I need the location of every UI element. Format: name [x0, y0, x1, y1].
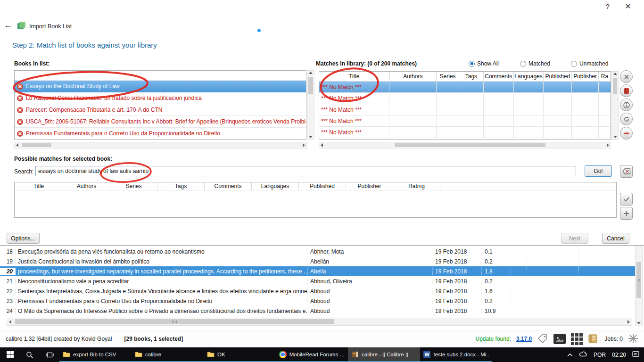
matches-hscrollbar[interactable]	[319, 142, 611, 148]
show-book-details-button[interactable]	[620, 84, 633, 97]
match-title-cell: *** No Match ***	[319, 93, 389, 104]
column-header[interactable]: Rating	[393, 182, 440, 190]
library-row[interactable]: 21Neoconstitucionalismo vale a pena acre…	[0, 276, 635, 286]
column-header[interactable]: Tags	[157, 182, 205, 190]
info-button[interactable]	[620, 99, 633, 111]
column-header[interactable]: Series	[437, 72, 459, 81]
start-button[interactable]	[0, 347, 20, 362]
column-header[interactable]: Title	[319, 72, 390, 81]
books-list-header	[15, 71, 306, 81]
step-title: Step 2: Match list of books against your…	[12, 41, 157, 49]
checkmark-icon	[623, 197, 630, 202]
update-version-link[interactable]: 3.17.0	[516, 336, 532, 342]
column-header[interactable]: Comments	[484, 72, 514, 81]
column-header[interactable]: Title	[15, 182, 63, 190]
library-row[interactable]: 24O Mito da Supremacia do Interesse Públ…	[0, 306, 635, 316]
tag-icon[interactable]	[537, 334, 548, 345]
reject-book-button[interactable]	[620, 70, 633, 83]
column-header[interactable]: Authors	[390, 72, 437, 81]
cover-grid-icon[interactable]	[553, 334, 566, 344]
radio-show-all[interactable]: Show All	[469, 60, 499, 67]
onedrive-cloud-icon[interactable]	[579, 351, 587, 358]
possible-matches-empty-body	[15, 190, 616, 218]
search-input[interactable]	[35, 166, 576, 176]
books-list-hscrollbar[interactable]	[14, 142, 307, 148]
books-list-vscrollbar[interactable]	[307, 70, 314, 140]
layout-grid-icon[interactable]	[571, 333, 583, 345]
match-row[interactable]: *** No Match ***	[319, 115, 611, 127]
action-center-icon[interactable]	[632, 351, 639, 359]
revert-match-button[interactable]	[620, 113, 633, 125]
column-header[interactable]: Published	[299, 182, 346, 190]
column-header[interactable]: Languages	[252, 182, 299, 190]
column-header[interactable]: Publisher	[572, 72, 599, 81]
matches-vscrollbar[interactable]	[611, 71, 619, 140]
column-header[interactable]: Published	[544, 72, 572, 81]
library-row[interactable]: 18Execução provisória da pena viés funci…	[0, 247, 635, 256]
confirm-match-button[interactable]	[620, 193, 633, 206]
screen: ? × ← Import Book List Step 2: Match lis…	[0, 0, 644, 362]
radio-dot	[571, 61, 577, 67]
taskbar-item-word[interactable]: W teste subs 2.docx - Mi...	[420, 347, 492, 362]
next-button[interactable]: Next	[561, 233, 588, 244]
column-header[interactable]: Languages	[514, 72, 544, 81]
task-view-button[interactable]	[40, 347, 59, 362]
taskbar-item-explorer[interactable]: OK	[204, 347, 276, 362]
chrome-icon	[279, 351, 287, 358]
taskbar-item-explorer[interactable]: calibre	[132, 347, 204, 362]
book-item[interactable]: Premissas Fundamentais para o Correto Us…	[15, 128, 306, 140]
matches-table-header: Title Authors Series Tags Comments Langu…	[319, 72, 611, 82]
jobs-indicator[interactable]: Jobs: 0	[604, 336, 623, 342]
radio-label: Matched	[528, 60, 550, 67]
tray-expand-chevron-icon[interactable]	[567, 352, 573, 358]
library-row[interactable]: 19Justicia Constitucional la invasión de…	[0, 256, 635, 266]
no-match-icon	[17, 119, 23, 125]
taskbar-item-label: calibre	[145, 352, 161, 357]
taskbar-item-calibre[interactable]: calibre - || Calibre ||	[348, 347, 420, 362]
add-book-button[interactable]	[620, 207, 633, 220]
taskbar-search-button[interactable]	[20, 347, 40, 362]
column-header[interactable]: Tags	[459, 72, 484, 81]
book-item[interactable]: Lo Racional Como Razonable: un tratado s…	[15, 92, 306, 104]
remove-match-button[interactable]	[620, 127, 633, 140]
plus-icon	[624, 211, 629, 216]
column-header[interactable]: Series	[110, 182, 157, 190]
keyboard-language-indicator[interactable]: POR	[594, 352, 606, 358]
library-row[interactable]: 22Sentenças Interpretativas, Coisa Julga…	[0, 286, 635, 296]
cancel-button[interactable]: Cancel	[602, 233, 629, 244]
donate-book-icon[interactable]	[588, 333, 599, 345]
book-item[interactable]: USCA_5th: 2006-51067: Reliable Consultan…	[15, 116, 306, 128]
match-row[interactable]: *** No Match ***	[319, 93, 611, 104]
library-hscrollbar[interactable]	[7, 318, 632, 326]
library-row[interactable]: 23Premissas Fundamentais para o Correto …	[0, 296, 635, 306]
match-row[interactable]: *** No Match ***	[319, 82, 611, 93]
match-row[interactable]: *** No Match ***	[319, 127, 611, 138]
options-button[interactable]: Options...	[7, 233, 40, 244]
radio-unmatched[interactable]: Unmatched	[571, 60, 608, 67]
clock[interactable]: 02:20	[612, 352, 626, 358]
go-button[interactable]: Go!	[585, 165, 612, 177]
library-row-selected[interactable]: 20proceedings, but were investigated sep…	[0, 266, 635, 276]
matches-table: Title Authors Series Tags Comments Langu…	[319, 71, 611, 140]
column-header[interactable]: Authors	[63, 182, 110, 190]
taskbar-item-browser[interactable]: MobileRead Forums -...	[276, 347, 348, 362]
clear-search-button[interactable]	[620, 165, 633, 178]
library-vscrollbar[interactable]	[635, 247, 643, 326]
book-title: Parecer: Compensacao Tributaria e art. 1…	[26, 107, 162, 113]
match-title-cell: *** No Match ***	[319, 104, 389, 115]
radio-matched[interactable]: Matched	[520, 60, 550, 67]
column-header[interactable]: Ra	[599, 72, 611, 81]
book-item[interactable]: Essays on the Doctrinal Study of Law	[15, 81, 306, 92]
close-button[interactable]: ×	[621, 1, 635, 12]
column-header[interactable]: Publisher	[346, 182, 393, 190]
backspace-icon	[622, 168, 631, 174]
match-row[interactable]: *** No Match ***	[319, 104, 611, 115]
book-item[interactable]: Parecer: Compensacao Tributaria e art. 1…	[15, 104, 306, 116]
help-button[interactable]: ?	[602, 3, 613, 10]
taskbar-item-explorer[interactable]: export Bib to CSV	[59, 347, 132, 362]
column-header[interactable]: Comments	[205, 182, 252, 190]
minus-icon	[624, 131, 629, 136]
book-title: Essays on the Doctrinal Study of Law	[26, 83, 120, 90]
jobs-spinner-icon[interactable]	[628, 333, 638, 345]
back-arrow-icon[interactable]: ←	[4, 20, 12, 30]
